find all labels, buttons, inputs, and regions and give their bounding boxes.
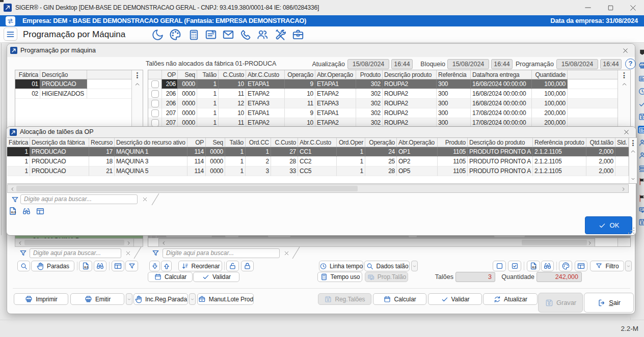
grid-row[interactable]: 02HIGIENIZADOS [15, 89, 143, 99]
grid-vscrollbar[interactable]: ••• [629, 138, 637, 183]
tempo-uso-button[interactable]: Tempo uso [317, 272, 362, 282]
clear-search-icon[interactable] [283, 250, 290, 257]
stack-icon[interactable] [638, 164, 644, 173]
settings-button[interactable] [274, 28, 287, 41]
floppy-icon[interactable] [638, 113, 644, 121]
factory-grid-hscrollbar[interactable] [15, 238, 134, 247]
filtro-dropdown[interactable] [625, 261, 632, 271]
allocation-hscrollbar[interactable] [7, 184, 629, 193]
grid-cell: Talão [225, 138, 246, 147]
menu-button[interactable] [4, 27, 17, 41]
validar-button[interactable]: Validar [193, 272, 239, 282]
inc-reg-parada-button[interactable]: Inc.Reg.Parada [133, 293, 188, 305]
linha-tempo-button[interactable]: Linha tempo [319, 261, 363, 271]
agenda-button[interactable] [204, 28, 218, 41]
dialog-close-button[interactable] [622, 127, 631, 136]
row-checkbox[interactable] [151, 109, 159, 117]
search-grid-button[interactable] [21, 207, 33, 216]
grid-row[interactable]: 2060000110ETAPA19ETAPA1302ROUPA230016/08… [148, 79, 630, 89]
pin-icon[interactable] [638, 48, 644, 57]
mail-button[interactable] [222, 28, 235, 41]
lock-button[interactable] [241, 261, 254, 271]
floppy-icon[interactable] [638, 218, 644, 227]
dados-talao-dropdown[interactable] [411, 261, 418, 271]
colors-button[interactable] [559, 261, 572, 271]
grid-row[interactable]: 01PRODUCAO [15, 79, 143, 89]
users-button[interactable] [256, 28, 269, 41]
dados-talao-button[interactable]: Dados talão [364, 261, 410, 271]
row-checkbox[interactable] [151, 119, 159, 127]
emitir-button[interactable]: Emitir [70, 293, 124, 305]
allocation-grid[interactable]: FábricaDescrição da fábricaRecursoDescri… [7, 137, 637, 184]
grid-cell: 2.1.2.1105 [533, 147, 586, 157]
atualizar-button[interactable]: Atualizar [483, 293, 538, 305]
flag-icon[interactable] [638, 177, 644, 186]
check-icon[interactable] [638, 100, 644, 108]
clear-search-icon[interactable] [125, 250, 132, 257]
taloes-search-input[interactable]: Digite aqui para buscar... [163, 248, 280, 258]
filtro-button[interactable]: Filtro [590, 261, 624, 271]
maximize-button[interactable] [599, 0, 622, 15]
theme-button[interactable] [169, 28, 182, 41]
person-icon[interactable] [638, 151, 644, 160]
switch-company-button[interactable] [6, 16, 15, 26]
export-xls-button[interactable] [527, 261, 540, 271]
stamp-icon[interactable] [638, 205, 644, 214]
minimize-button[interactable] [577, 0, 599, 15]
close-button[interactable] [622, 0, 644, 15]
grid-row[interactable]: 2060000112ETAPA311ETAPA3302ROUPA230016/0… [148, 99, 630, 108]
search-grid-button[interactable] [541, 261, 554, 271]
columns-button[interactable] [575, 261, 587, 271]
factory-search-input[interactable]: Digite aqui para buscar... [30, 248, 121, 258]
inc-reg-parada-dropdown[interactable] [189, 293, 196, 305]
manut-lote-button[interactable]: Manut.Lote Prod [197, 293, 254, 305]
calcular-bottom-button[interactable]: Calcular [373, 293, 426, 305]
paradas-button[interactable]: Paradas [31, 261, 74, 271]
emitir-dropdown[interactable] [126, 293, 132, 305]
taloes-grid-hscrollbar[interactable] [158, 238, 595, 247]
calcular-button[interactable]: Calcular [148, 272, 193, 282]
sair-button[interactable]: Sair [584, 293, 634, 313]
unlock-button[interactable] [226, 261, 239, 271]
validar-bottom-button[interactable]: Validar [428, 293, 482, 305]
ok-button[interactable]: OK [585, 216, 632, 234]
phone-button[interactable] [239, 28, 252, 41]
check-all-button[interactable] [508, 261, 521, 271]
allocation-search-input[interactable]: Digite aqui para buscar... [20, 194, 138, 204]
row-checkbox[interactable] [151, 80, 159, 88]
active-icon[interactable] [638, 126, 644, 133]
dark-mode-button[interactable] [151, 28, 164, 41]
export-xls-button[interactable] [79, 261, 92, 271]
export-xls-button[interactable] [8, 206, 18, 216]
card-icon[interactable] [638, 74, 644, 83]
grid-row[interactable]: 2070000110ETAPA19ETAPA1302ROUPA230017/08… [148, 108, 630, 118]
reordenar-button[interactable]: Reordenar [178, 261, 222, 271]
clock-icon[interactable] [638, 87, 644, 96]
resize-grip[interactable] [628, 228, 634, 234]
search-grid-button[interactable] [94, 261, 106, 271]
help-icon[interactable]: ? [625, 59, 636, 69]
filter-button[interactable] [125, 261, 138, 271]
briefcase-button[interactable] [291, 28, 305, 41]
columns-button[interactable] [36, 207, 45, 216]
clear-search-icon[interactable] [142, 196, 149, 203]
zoom-button[interactable] [17, 261, 30, 271]
grid-row[interactable]: 1PRODUCAO18MAQUINA 311400001228CC2125OP2… [7, 157, 637, 166]
person-icon[interactable] [638, 138, 644, 147]
grid-row[interactable]: 1PRODUCAO21MAQUINA 511400001333CC5128OP5… [7, 166, 637, 176]
row-checkbox[interactable] [151, 90, 159, 98]
uncheck-all-button[interactable] [493, 261, 506, 271]
move-up-button[interactable] [161, 261, 172, 271]
grid-row[interactable]: 2060000111ETAPA210ETAPA2302ROUPA230016/0… [148, 89, 630, 99]
grid-cell: 17 [89, 147, 115, 157]
grid-row[interactable]: 1PRODUCAO17MAQUINA 111400001127CC1124OP1… [7, 147, 637, 157]
window1-close-button[interactable] [621, 46, 630, 55]
move-down-button[interactable] [149, 261, 160, 271]
grid-cell: ETAPA1 [246, 108, 285, 118]
row-checkbox[interactable] [151, 100, 159, 107]
calculator-button[interactable] [187, 28, 200, 41]
flag-icon[interactable] [638, 194, 644, 203]
columns-button[interactable] [112, 261, 124, 271]
imprimir-button[interactable]: Imprimir [14, 293, 68, 305]
printer-icon[interactable] [638, 61, 644, 70]
